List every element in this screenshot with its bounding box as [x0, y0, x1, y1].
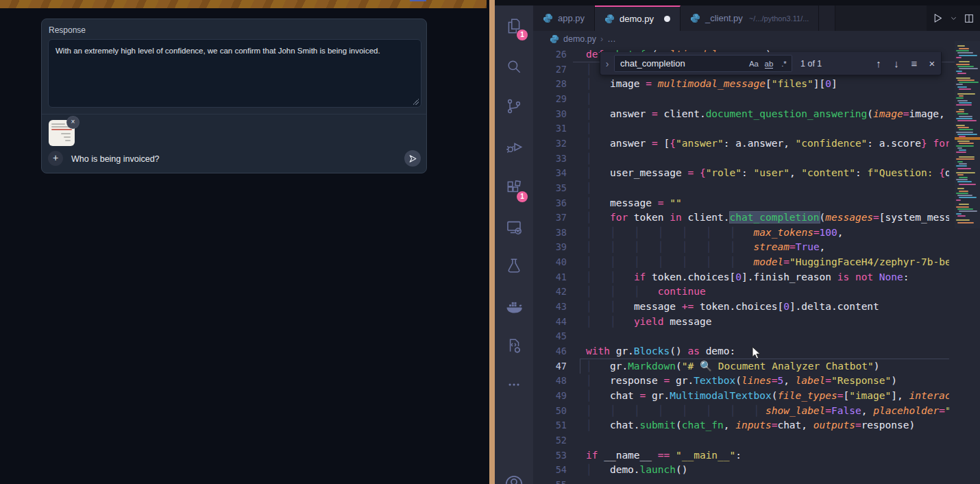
task-file-icon[interactable]: [495, 328, 533, 363]
line-number: 46: [533, 343, 567, 359]
gradio-app-window: Response With an extremely high level of…: [0, 0, 489, 484]
line-number: 31: [533, 121, 567, 136]
find-in-selection-button[interactable]: ≡: [905, 58, 923, 69]
line-number: 43: [533, 299, 567, 314]
line-number: 44: [533, 314, 567, 329]
run-debug-icon[interactable]: [495, 129, 533, 165]
screen: Response With an extremely high level of…: [0, 0, 980, 484]
close-icon: ×: [71, 118, 75, 125]
line-number: 55: [533, 477, 567, 484]
regex-toggle[interactable]: .*: [776, 60, 792, 68]
code-line[interactable]: 45: [533, 328, 949, 343]
find-previous-button[interactable]: ↑: [870, 58, 887, 69]
remote-explorer-icon[interactable]: [495, 209, 533, 245]
code-line[interactable]: 31│: [533, 121, 949, 136]
code-line[interactable]: 37│ for token in client.chat_completion(…: [533, 210, 949, 225]
desktop-background-strip: [489, 0, 495, 484]
extensions-icon[interactable]: 1: [495, 170, 533, 206]
code-line[interactable]: 41│ │ if token.choices[0].finish_reason …: [533, 269, 949, 285]
source-control-icon[interactable]: [495, 88, 533, 124]
search-icon[interactable]: [495, 49, 533, 84]
code-line[interactable]: 44│ │ yield message: [533, 314, 949, 329]
line-number: 32: [533, 136, 567, 151]
line-number: 29: [533, 91, 567, 106]
response-textarea[interactable]: With an extremely high level of confiden…: [48, 39, 421, 108]
code-line[interactable]: 55: [533, 477, 949, 484]
more-icon[interactable]: [495, 367, 533, 402]
line-number: 50: [533, 403, 567, 418]
line-number: 51: [533, 418, 567, 433]
form-divider: [42, 114, 426, 114]
line-number: 38: [533, 225, 567, 240]
code-line[interactable]: 43│ │ message += token.choices[0].delta.…: [533, 299, 949, 314]
textarea-resize-handle[interactable]: [413, 99, 419, 105]
line-number: 35: [533, 180, 567, 195]
code-line[interactable]: 53if __name__ == "__main__":: [533, 448, 949, 463]
code-line[interactable]: 34│ user_message = {"role": "user", "con…: [533, 165, 949, 180]
line-number: 53: [533, 448, 567, 463]
minimap[interactable]: [955, 41, 980, 228]
line-number: 37: [533, 210, 567, 225]
code-line[interactable]: 51│ chat.submit(chat_fn, inputs=chat, ou…: [533, 418, 949, 433]
code-line[interactable]: 35│: [533, 180, 949, 195]
code-line[interactable]: 39│ │ │ │ │ │ │ stream=True,: [533, 239, 949, 254]
line-number: 41: [533, 269, 567, 285]
code-line[interactable]: 47│ gr.Markdown("# 🔍 Document Analyzer C…: [533, 359, 949, 374]
testing-icon[interactable]: [495, 247, 533, 283]
line-number: 28: [533, 76, 567, 91]
activity-bar: 1 1: [495, 5, 533, 484]
line-number: 49: [533, 388, 567, 403]
code-line[interactable]: 49│ chat = gr.MultimodalTextbox(file_typ…: [533, 388, 949, 403]
find-expand-chevron-icon[interactable]: ›: [600, 58, 614, 69]
code-line[interactable]: 52: [533, 433, 949, 448]
find-input[interactable]: chat_completion Aa ab .*: [614, 55, 792, 72]
line-number: 36: [533, 195, 567, 210]
response-text: With an extremely high level of confiden…: [56, 47, 380, 55]
code-line[interactable]: 28│ image = multimodal_message["files"][…: [533, 76, 949, 91]
code-line[interactable]: 30│ answer = client.document_question_an…: [533, 106, 949, 121]
explorer-icon[interactable]: 1: [495, 8, 533, 44]
code-line[interactable]: 50│ │ │ │ │ │ │ │ show_label=False, plac…: [533, 403, 949, 418]
gradio-form-card: Response With an extremely high level of…: [41, 19, 427, 173]
remove-attachment-button[interactable]: ×: [66, 116, 79, 129]
match-case-toggle[interactable]: Aa: [746, 60, 761, 68]
line-number: 48: [533, 373, 567, 388]
plus-icon: +: [53, 152, 58, 163]
code-line[interactable]: 46with gr.Blocks() as demo:: [533, 343, 949, 359]
find-widget: › chat_completion Aa ab .* 1 of 1 ↑ ↓ ≡ …: [600, 52, 942, 75]
chat-input-text[interactable]: Who is being invoiced?: [71, 154, 160, 164]
add-file-button[interactable]: +: [48, 151, 63, 166]
code-line[interactable]: 42│ │ │ continue: [533, 284, 949, 299]
response-label: Response: [49, 25, 86, 35]
code-line[interactable]: 33│: [533, 151, 949, 166]
line-number: 34: [533, 165, 567, 180]
topbar-artifact: [410, 0, 426, 1]
find-results-count: 1 of 1: [800, 59, 822, 69]
line-number: 42: [533, 284, 567, 299]
code-line[interactable]: 40│ │ │ │ │ │ │ model="HuggingFaceH4/zep…: [533, 254, 949, 269]
find-query-text[interactable]: chat_completion: [615, 58, 746, 69]
line-number: 27: [533, 62, 567, 77]
send-button[interactable]: [404, 150, 421, 167]
line-number: 30: [533, 106, 567, 121]
find-close-button[interactable]: ×: [923, 58, 941, 69]
code-line[interactable]: 29│: [533, 91, 949, 106]
code-line[interactable]: 54│ demo.launch(): [533, 462, 949, 477]
line-number: 40: [533, 254, 567, 269]
account-icon[interactable]: [495, 466, 533, 484]
code-line[interactable]: 48│ response = gr.Textbox(lines=5, label…: [533, 373, 949, 388]
code-line[interactable]: 38│ │ │ │ │ │ │ max_tokens=100,: [533, 225, 949, 240]
line-number: 45: [533, 328, 567, 343]
code-line[interactable]: 36│ message = "": [533, 195, 949, 210]
window-top-edge: [0, 0, 487, 8]
send-icon: [408, 154, 417, 163]
code-line[interactable]: 32│ answer = [{"answer": a.answer, "conf…: [533, 136, 949, 151]
vscode-window: 1 1: [495, 0, 980, 484]
line-number: 39: [533, 239, 567, 254]
extensions-badge: 1: [517, 191, 528, 202]
minimap-match-marker: [955, 137, 980, 140]
find-next-button[interactable]: ↓: [887, 58, 905, 69]
whole-word-toggle[interactable]: ab: [761, 60, 776, 68]
docker-icon[interactable]: [495, 288, 533, 324]
line-number: 52: [533, 433, 567, 448]
